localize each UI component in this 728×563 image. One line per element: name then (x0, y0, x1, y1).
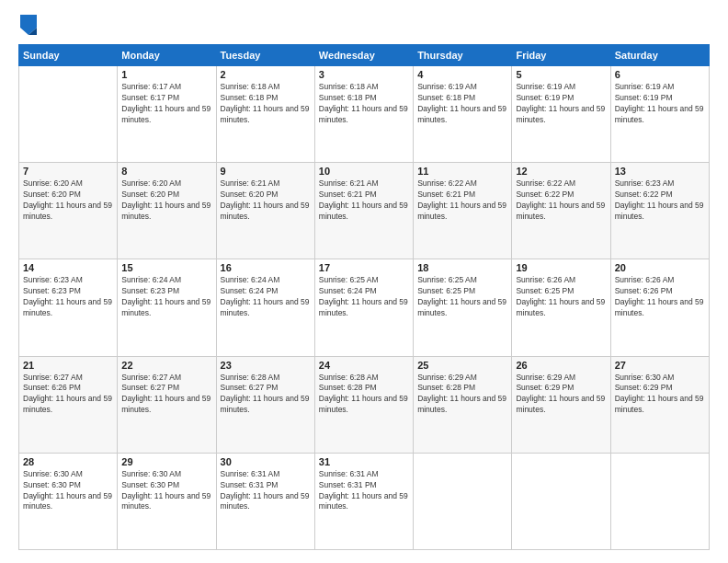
day-number: 20 (615, 262, 705, 273)
cell-info: Sunrise: 6:25 AM Sunset: 6:25 PM Dayligh… (417, 275, 507, 319)
calendar-day-header: Tuesday (216, 45, 314, 66)
cell-info: Sunrise: 6:26 AM Sunset: 6:26 PM Dayligh… (615, 275, 705, 319)
cell-info: Sunrise: 6:22 AM Sunset: 6:21 PM Dayligh… (417, 178, 507, 223)
calendar-cell: 7Sunrise: 6:20 AM Sunset: 6:20 PM Daylig… (19, 163, 118, 259)
calendar-cell: 25Sunrise: 6:29 AM Sunset: 6:28 PM Dayli… (414, 356, 512, 453)
calendar-cell: 5Sunrise: 6:19 AM Sunset: 6:19 PM Daylig… (512, 66, 610, 163)
calendar-day-header: Friday (512, 45, 610, 66)
cell-info: Sunrise: 6:21 AM Sunset: 6:20 PM Dayligh… (221, 178, 311, 223)
day-number: 31 (319, 456, 409, 467)
calendar-cell: 11Sunrise: 6:22 AM Sunset: 6:21 PM Dayli… (414, 163, 512, 259)
cell-info: Sunrise: 6:19 AM Sunset: 6:19 PM Dayligh… (516, 82, 606, 126)
day-number: 17 (319, 262, 409, 273)
cell-info: Sunrise: 6:20 AM Sunset: 6:20 PM Dayligh… (23, 178, 113, 223)
calendar-cell: 27Sunrise: 6:30 AM Sunset: 6:29 PM Dayli… (610, 356, 709, 453)
day-number: 1 (121, 69, 211, 80)
day-number: 30 (221, 456, 311, 467)
day-number: 25 (417, 360, 507, 371)
day-number: 9 (221, 166, 311, 177)
cell-info: Sunrise: 6:29 AM Sunset: 6:29 PM Dayligh… (516, 373, 606, 417)
page: SundayMondayTuesdayWednesdayThursdayFrid… (0, 0, 728, 563)
day-number: 4 (417, 69, 507, 80)
calendar-cell: 24Sunrise: 6:28 AM Sunset: 6:28 PM Dayli… (314, 356, 413, 453)
day-number: 27 (615, 360, 705, 371)
day-number: 18 (417, 262, 507, 273)
cell-info: Sunrise: 6:22 AM Sunset: 6:22 PM Dayligh… (516, 178, 606, 223)
calendar-day-header: Monday (118, 45, 216, 66)
calendar-day-header: Saturday (610, 45, 709, 66)
calendar-cell: 8Sunrise: 6:20 AM Sunset: 6:20 PM Daylig… (118, 163, 216, 259)
cell-info: Sunrise: 6:17 AM Sunset: 6:17 PM Dayligh… (121, 82, 211, 126)
calendar-cell: 2Sunrise: 6:18 AM Sunset: 6:18 PM Daylig… (216, 66, 314, 163)
day-number: 8 (121, 166, 211, 177)
cell-info: Sunrise: 6:19 AM Sunset: 6:18 PM Dayligh… (417, 82, 507, 126)
cell-info: Sunrise: 6:28 AM Sunset: 6:27 PM Dayligh… (221, 373, 311, 417)
calendar-cell: 31Sunrise: 6:31 AM Sunset: 6:31 PM Dayli… (314, 453, 413, 549)
day-number: 16 (221, 262, 311, 273)
calendar-cell: 1Sunrise: 6:17 AM Sunset: 6:17 PM Daylig… (118, 66, 216, 163)
calendar-cell: 4Sunrise: 6:19 AM Sunset: 6:18 PM Daylig… (414, 66, 512, 163)
cell-info: Sunrise: 6:20 AM Sunset: 6:20 PM Dayligh… (121, 178, 211, 223)
calendar-cell: 29Sunrise: 6:30 AM Sunset: 6:30 PM Dayli… (118, 453, 216, 549)
calendar-cell: 10Sunrise: 6:21 AM Sunset: 6:21 PM Dayli… (314, 163, 413, 259)
cell-info: Sunrise: 6:25 AM Sunset: 6:24 PM Dayligh… (319, 275, 409, 319)
cell-info: Sunrise: 6:30 AM Sunset: 6:29 PM Dayligh… (615, 373, 705, 417)
day-number: 28 (23, 456, 113, 467)
calendar-cell: 12Sunrise: 6:22 AM Sunset: 6:22 PM Dayli… (512, 163, 610, 259)
calendar-cell (19, 66, 118, 163)
calendar-cell: 26Sunrise: 6:29 AM Sunset: 6:29 PM Dayli… (512, 356, 610, 453)
cell-info: Sunrise: 6:18 AM Sunset: 6:18 PM Dayligh… (319, 82, 409, 126)
cell-info: Sunrise: 6:27 AM Sunset: 6:26 PM Dayligh… (23, 373, 113, 417)
day-number: 24 (319, 360, 409, 371)
calendar-cell: 28Sunrise: 6:30 AM Sunset: 6:30 PM Dayli… (19, 453, 118, 549)
cell-info: Sunrise: 6:24 AM Sunset: 6:24 PM Dayligh… (221, 275, 311, 319)
day-number: 19 (516, 262, 606, 273)
calendar-cell: 23Sunrise: 6:28 AM Sunset: 6:27 PM Dayli… (216, 356, 314, 453)
calendar-cell: 18Sunrise: 6:25 AM Sunset: 6:25 PM Dayli… (414, 259, 512, 356)
calendar-week-row: 1Sunrise: 6:17 AM Sunset: 6:17 PM Daylig… (19, 66, 710, 163)
calendar-cell: 21Sunrise: 6:27 AM Sunset: 6:26 PM Dayli… (19, 356, 118, 453)
cell-info: Sunrise: 6:23 AM Sunset: 6:22 PM Dayligh… (615, 178, 705, 223)
calendar-week-row: 28Sunrise: 6:30 AM Sunset: 6:30 PM Dayli… (19, 453, 710, 549)
day-number: 6 (615, 69, 705, 80)
day-number: 3 (319, 69, 409, 80)
day-number: 22 (121, 360, 211, 371)
day-number: 23 (221, 360, 311, 371)
cell-info: Sunrise: 6:26 AM Sunset: 6:25 PM Dayligh… (516, 275, 606, 319)
day-number: 13 (615, 166, 705, 177)
cell-info: Sunrise: 6:28 AM Sunset: 6:28 PM Dayligh… (319, 373, 409, 417)
cell-info: Sunrise: 6:31 AM Sunset: 6:31 PM Dayligh… (319, 469, 409, 513)
calendar-cell: 16Sunrise: 6:24 AM Sunset: 6:24 PM Dayli… (216, 259, 314, 356)
day-number: 29 (121, 456, 211, 467)
day-number: 10 (319, 166, 409, 177)
cell-info: Sunrise: 6:21 AM Sunset: 6:21 PM Dayligh… (319, 178, 409, 223)
calendar-day-header: Sunday (19, 45, 118, 66)
calendar-cell (610, 453, 709, 549)
day-number: 5 (516, 69, 606, 80)
calendar-cell: 13Sunrise: 6:23 AM Sunset: 6:22 PM Dayli… (610, 163, 709, 259)
cell-info: Sunrise: 6:19 AM Sunset: 6:19 PM Dayligh… (615, 82, 705, 126)
day-number: 7 (23, 166, 113, 177)
day-number: 2 (221, 69, 311, 80)
cell-info: Sunrise: 6:29 AM Sunset: 6:28 PM Dayligh… (417, 373, 507, 417)
day-number: 12 (516, 166, 606, 177)
day-number: 14 (23, 262, 113, 273)
logo (18, 17, 37, 35)
logo-icon (20, 15, 37, 35)
day-number: 21 (23, 360, 113, 371)
calendar-cell: 14Sunrise: 6:23 AM Sunset: 6:23 PM Dayli… (19, 259, 118, 356)
calendar-week-row: 21Sunrise: 6:27 AM Sunset: 6:26 PM Dayli… (19, 356, 710, 453)
calendar-cell (414, 453, 512, 549)
calendar-day-header: Wednesday (314, 45, 413, 66)
day-number: 15 (121, 262, 211, 273)
cell-info: Sunrise: 6:31 AM Sunset: 6:31 PM Dayligh… (221, 469, 311, 513)
calendar-cell: 6Sunrise: 6:19 AM Sunset: 6:19 PM Daylig… (610, 66, 709, 163)
cell-info: Sunrise: 6:27 AM Sunset: 6:27 PM Dayligh… (121, 373, 211, 417)
calendar-header-row: SundayMondayTuesdayWednesdayThursdayFrid… (19, 45, 710, 66)
calendar-cell: 9Sunrise: 6:21 AM Sunset: 6:20 PM Daylig… (216, 163, 314, 259)
calendar-cell: 15Sunrise: 6:24 AM Sunset: 6:23 PM Dayli… (118, 259, 216, 356)
cell-info: Sunrise: 6:30 AM Sunset: 6:30 PM Dayligh… (121, 469, 211, 513)
day-number: 26 (516, 360, 606, 371)
calendar-table: SundayMondayTuesdayWednesdayThursdayFrid… (18, 44, 710, 550)
cell-info: Sunrise: 6:30 AM Sunset: 6:30 PM Dayligh… (23, 469, 113, 513)
